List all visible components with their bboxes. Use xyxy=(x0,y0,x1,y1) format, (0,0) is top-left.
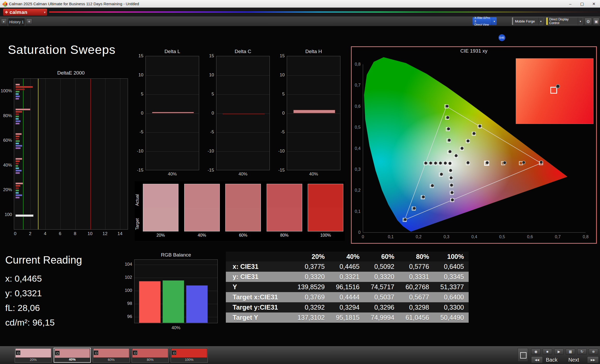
table-cell: 0,6405 xyxy=(434,261,469,272)
deltae-gridline xyxy=(30,79,31,229)
meter-dropdown[interactable]: X-Rite i1Pro 3 Direct View ▾ xyxy=(473,17,497,25)
deltae-bar xyxy=(15,190,19,191)
cie-measured-dot xyxy=(448,162,452,165)
patch-button-label: 20% xyxy=(15,358,52,362)
cie-measured-dot xyxy=(403,218,407,221)
cie-measured-dot xyxy=(429,162,432,165)
fast-forward-button[interactable]: ▶▶ xyxy=(587,356,599,363)
pattern-window-button[interactable] xyxy=(518,348,528,362)
delta-chart-plot xyxy=(287,56,340,170)
patch-actual xyxy=(267,184,302,208)
delta-gridline xyxy=(146,132,199,133)
grid-button[interactable]: ▦ xyxy=(566,349,575,355)
refresh-button[interactable]: ↻ xyxy=(577,349,587,355)
delta-bar xyxy=(293,110,335,113)
patch-button-40%[interactable]: 40% xyxy=(54,348,91,363)
chevron-down-icon: ▾ xyxy=(538,18,543,25)
table-row: Y139,852996,151674,571760,276851,3377 xyxy=(226,282,469,292)
table-cell: 0,3331 xyxy=(399,272,434,282)
delta-y-label: -5 xyxy=(204,129,214,135)
display-control-dropdown[interactable]: Direct Display Control ▾ xyxy=(546,17,583,25)
cie-measured-dot xyxy=(447,127,450,130)
delta-x-label: 40% xyxy=(287,172,340,177)
delta-y-label: 5 xyxy=(204,92,214,97)
deltae-x-label: 10 xyxy=(86,231,94,236)
calman-logo-icon: ❖ xyxy=(5,10,8,15)
table-cell: 0,3321 xyxy=(329,272,364,282)
table-cell: 0,3320 xyxy=(364,272,399,282)
delta-y-label: 10 xyxy=(204,72,214,78)
deltae-bar xyxy=(15,93,19,95)
table-cell: 50,4490 xyxy=(434,312,469,323)
cie-measured-dot xyxy=(486,161,489,164)
toolbar: ▸ History 1 + X-Rite i1Pro 3 Direct View… xyxy=(0,16,600,26)
delta-gridline xyxy=(146,113,199,114)
tab-history-1[interactable]: History 1 xyxy=(8,18,25,26)
table-row-label: Target Y xyxy=(226,312,295,323)
deltae-chart-title: DeltaE 2000 xyxy=(14,70,128,76)
gear-icon[interactable]: ⚙ xyxy=(585,18,592,25)
patch-column xyxy=(184,184,220,231)
svg-text:0,1: 0,1 xyxy=(355,209,361,214)
table-cell: 96,1516 xyxy=(329,282,364,292)
meter-count-badge[interactable]: 646 xyxy=(498,34,505,41)
svg-text:0,4: 0,4 xyxy=(355,146,361,151)
calman-menu-button[interactable]: ❖ calman ▾ xyxy=(3,9,47,16)
inset-measured-dot xyxy=(556,84,560,88)
rgb-y-label: 96 xyxy=(122,314,132,319)
patch-button-100%[interactable]: 100% xyxy=(171,348,208,363)
current-reading-y: y: 0,3321 xyxy=(5,288,42,298)
close-button[interactable]: ✕ xyxy=(588,0,600,8)
back-button[interactable]: Back xyxy=(546,357,557,363)
table-row-label: y: CIE31 xyxy=(226,272,295,282)
next-button[interactable]: Next xyxy=(568,357,579,363)
deltae-x-label: 4 xyxy=(41,231,49,236)
deltae-bar xyxy=(15,138,19,140)
patch-button-60%[interactable]: 60% xyxy=(93,348,130,363)
maximize-button[interactable]: ▢ xyxy=(576,0,588,8)
current-reading-x: x: 0,4465 xyxy=(5,274,42,284)
delta-y-label: 5 xyxy=(133,92,143,97)
patch-button-80%[interactable]: 80% xyxy=(132,348,169,363)
svg-text:0,3: 0,3 xyxy=(444,235,449,239)
delta-y-label: -10 xyxy=(274,149,285,154)
delta-x-label: 40% xyxy=(145,172,199,177)
patch-color-swatch xyxy=(55,349,90,358)
stop-button[interactable]: ■ xyxy=(543,349,552,355)
svg-text:0,6: 0,6 xyxy=(355,104,361,109)
meter-line2: Direct View xyxy=(474,23,492,26)
table-header: 40% xyxy=(329,252,364,261)
delta-gridline xyxy=(146,75,199,76)
patch-button-20%[interactable]: 20% xyxy=(15,348,52,363)
deltae-gridline xyxy=(75,79,76,229)
patch-color-swatch xyxy=(171,349,207,357)
add-tab-button[interactable]: + xyxy=(26,19,32,24)
measurement-table: 20%40%60%80%100%x: CIE310,37750,44650,50… xyxy=(226,252,469,323)
table-cell: 0,5677 xyxy=(399,292,434,302)
power-button[interactable]: ⊗ xyxy=(589,349,598,355)
table-cell: 61,0456 xyxy=(399,312,434,323)
table-header xyxy=(226,252,295,261)
table-header: 80% xyxy=(399,252,434,261)
cie-measured-dot xyxy=(461,147,464,150)
collapse-arrow-button[interactable]: ▸ xyxy=(1,19,7,24)
record-button[interactable]: ◉ xyxy=(531,349,541,355)
minimize-button[interactable]: – xyxy=(564,0,576,8)
deltae-bar xyxy=(15,123,20,124)
meter-read-icon xyxy=(172,350,176,355)
svg-text:0,8: 0,8 xyxy=(355,62,361,66)
play-button[interactable]: ▶ xyxy=(554,349,564,355)
patch-button-label: 100% xyxy=(171,358,208,362)
rewind-button[interactable]: ◀◀ xyxy=(531,356,543,363)
delta-y-label: 0 xyxy=(274,111,285,116)
source-dropdown[interactable]: Mobile Forge ▾ xyxy=(512,17,543,25)
patch-level-label: 20% xyxy=(143,233,178,238)
cie-measured-dot xyxy=(450,184,453,187)
layout-icon[interactable]: ▣ xyxy=(593,18,599,25)
deltae-gridline xyxy=(105,79,105,229)
deltae-gridline xyxy=(60,79,61,229)
deltae-bar xyxy=(15,172,20,174)
calman-app-window: Calman 2025 Calman Ultimate for Business… xyxy=(0,0,600,364)
delta-y-label: -15 xyxy=(133,168,143,173)
table-cell: 74,5717 xyxy=(364,282,399,292)
